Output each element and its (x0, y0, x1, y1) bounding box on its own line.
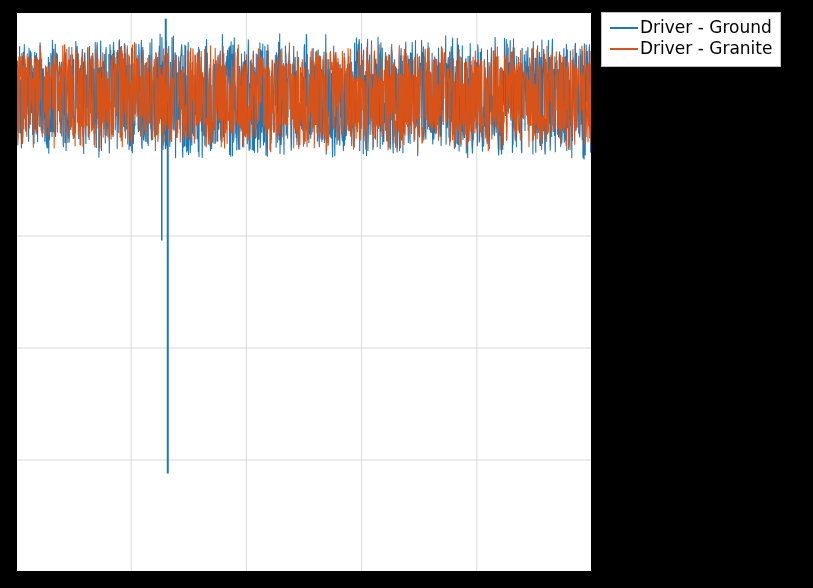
legend-item: Driver - Granite (610, 38, 772, 59)
legend-label: Driver - Granite (640, 38, 772, 59)
legend: Driver - Ground Driver - Granite (601, 12, 781, 67)
legend-swatch-icon (610, 27, 638, 29)
legend-item: Driver - Ground (610, 17, 772, 38)
legend-label: Driver - Ground (640, 17, 772, 38)
plot-svg (16, 12, 592, 572)
legend-swatch-icon (610, 48, 638, 50)
plot-area (16, 12, 592, 572)
chart-stage: Driver - Ground Driver - Granite (0, 0, 813, 588)
